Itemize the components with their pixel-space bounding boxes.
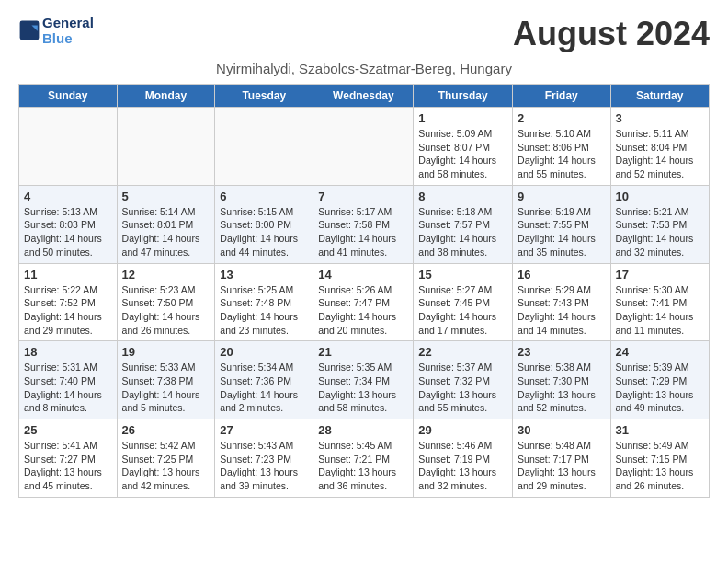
weekday-header-wednesday: Wednesday <box>313 85 414 108</box>
day-info: Sunrise: 5:39 AM Sunset: 7:29 PM Dayligh… <box>616 361 704 415</box>
day-info: Sunrise: 5:38 AM Sunset: 7:30 PM Dayligh… <box>518 361 606 415</box>
calendar-cell: 6Sunrise: 5:15 AM Sunset: 8:00 PM Daylig… <box>215 185 313 263</box>
day-number: 17 <box>616 268 704 282</box>
calendar: SundayMondayTuesdayWednesdayThursdayFrid… <box>18 84 710 498</box>
day-info: Sunrise: 5:13 AM Sunset: 8:03 PM Dayligh… <box>24 205 112 259</box>
calendar-cell: 7Sunrise: 5:17 AM Sunset: 7:58 PM Daylig… <box>313 185 414 263</box>
weekday-header-thursday: Thursday <box>414 85 513 108</box>
weekday-header-monday: Monday <box>117 85 215 108</box>
day-number: 23 <box>518 345 606 359</box>
month-title: August 2024 <box>513 15 710 53</box>
calendar-cell: 9Sunrise: 5:19 AM Sunset: 7:55 PM Daylig… <box>513 185 611 263</box>
calendar-cell: 20Sunrise: 5:34 AM Sunset: 7:36 PM Dayli… <box>215 341 313 419</box>
day-number: 31 <box>616 423 704 437</box>
day-info: Sunrise: 5:49 AM Sunset: 7:15 PM Dayligh… <box>616 439 704 493</box>
day-info: Sunrise: 5:15 AM Sunset: 8:00 PM Dayligh… <box>220 205 308 259</box>
day-info: Sunrise: 5:11 AM Sunset: 8:04 PM Dayligh… <box>616 127 704 181</box>
day-info: Sunrise: 5:21 AM Sunset: 7:53 PM Dayligh… <box>616 205 704 259</box>
calendar-cell <box>313 108 414 186</box>
calendar-cell: 18Sunrise: 5:31 AM Sunset: 7:40 PM Dayli… <box>19 341 118 419</box>
calendar-cell: 11Sunrise: 5:22 AM Sunset: 7:52 PM Dayli… <box>19 263 118 341</box>
day-number: 4 <box>24 190 112 203</box>
logo-line2: Blue <box>42 30 94 46</box>
logo: General Blue <box>18 15 94 46</box>
weekday-header-tuesday: Tuesday <box>215 85 313 108</box>
day-number: 28 <box>318 423 408 437</box>
day-number: 25 <box>24 423 112 437</box>
day-info: Sunrise: 5:33 AM Sunset: 7:38 PM Dayligh… <box>122 361 210 415</box>
day-number: 22 <box>418 345 507 359</box>
day-info: Sunrise: 5:19 AM Sunset: 7:55 PM Dayligh… <box>518 205 606 259</box>
calendar-cell: 4Sunrise: 5:13 AM Sunset: 8:03 PM Daylig… <box>19 185 118 263</box>
day-info: Sunrise: 5:41 AM Sunset: 7:27 PM Dayligh… <box>24 439 112 493</box>
calendar-cell: 26Sunrise: 5:42 AM Sunset: 7:25 PM Dayli… <box>117 419 215 498</box>
day-info: Sunrise: 5:30 AM Sunset: 7:41 PM Dayligh… <box>616 283 704 338</box>
calendar-cell: 14Sunrise: 5:26 AM Sunset: 7:47 PM Dayli… <box>313 263 414 341</box>
day-number: 1 <box>418 111 507 125</box>
day-info: Sunrise: 5:34 AM Sunset: 7:36 PM Dayligh… <box>220 361 308 415</box>
day-number: 14 <box>318 268 408 282</box>
day-info: Sunrise: 5:09 AM Sunset: 8:07 PM Dayligh… <box>418 127 507 181</box>
day-number: 2 <box>518 111 606 125</box>
day-info: Sunrise: 5:18 AM Sunset: 7:57 PM Dayligh… <box>418 205 507 259</box>
svg-rect-0 <box>20 21 40 40</box>
week-row-1: 1Sunrise: 5:09 AM Sunset: 8:07 PM Daylig… <box>19 108 710 186</box>
day-number: 13 <box>220 268 308 282</box>
calendar-cell: 28Sunrise: 5:45 AM Sunset: 7:21 PM Dayli… <box>313 419 414 498</box>
day-number: 30 <box>518 423 606 437</box>
day-number: 5 <box>122 190 210 203</box>
calendar-cell: 10Sunrise: 5:21 AM Sunset: 7:53 PM Dayli… <box>610 185 709 263</box>
day-info: Sunrise: 5:25 AM Sunset: 7:48 PM Dayligh… <box>220 283 308 338</box>
calendar-cell <box>117 108 215 186</box>
calendar-cell: 13Sunrise: 5:25 AM Sunset: 7:48 PM Dayli… <box>215 263 313 341</box>
week-row-5: 25Sunrise: 5:41 AM Sunset: 7:27 PM Dayli… <box>19 419 710 498</box>
day-info: Sunrise: 5:23 AM Sunset: 7:50 PM Dayligh… <box>122 283 210 338</box>
logo-icon <box>18 19 40 41</box>
day-number: 9 <box>518 190 606 203</box>
calendar-cell: 5Sunrise: 5:14 AM Sunset: 8:01 PM Daylig… <box>117 185 215 263</box>
day-info: Sunrise: 5:22 AM Sunset: 7:52 PM Dayligh… <box>24 283 112 338</box>
day-number: 18 <box>24 345 112 359</box>
day-number: 20 <box>220 345 308 359</box>
day-number: 24 <box>616 345 704 359</box>
day-info: Sunrise: 5:27 AM Sunset: 7:45 PM Dayligh… <box>418 283 507 338</box>
calendar-cell: 30Sunrise: 5:48 AM Sunset: 7:17 PM Dayli… <box>513 419 611 498</box>
day-info: Sunrise: 5:37 AM Sunset: 7:32 PM Dayligh… <box>418 361 507 415</box>
calendar-cell: 8Sunrise: 5:18 AM Sunset: 7:57 PM Daylig… <box>414 185 513 263</box>
calendar-cell: 21Sunrise: 5:35 AM Sunset: 7:34 PM Dayli… <box>313 341 414 419</box>
day-info: Sunrise: 5:42 AM Sunset: 7:25 PM Dayligh… <box>122 439 210 493</box>
calendar-cell: 17Sunrise: 5:30 AM Sunset: 7:41 PM Dayli… <box>610 263 709 341</box>
day-info: Sunrise: 5:31 AM Sunset: 7:40 PM Dayligh… <box>24 361 112 415</box>
day-number: 7 <box>318 190 408 203</box>
weekday-header-row: SundayMondayTuesdayWednesdayThursdayFrid… <box>19 85 710 108</box>
day-number: 6 <box>220 190 308 203</box>
day-info: Sunrise: 5:26 AM Sunset: 7:47 PM Dayligh… <box>318 283 408 338</box>
calendar-cell: 24Sunrise: 5:39 AM Sunset: 7:29 PM Dayli… <box>610 341 709 419</box>
day-info: Sunrise: 5:43 AM Sunset: 7:23 PM Dayligh… <box>220 439 308 493</box>
calendar-cell: 31Sunrise: 5:49 AM Sunset: 7:15 PM Dayli… <box>610 419 709 498</box>
logo-line1: General <box>42 15 94 30</box>
day-number: 27 <box>220 423 308 437</box>
day-number: 19 <box>122 345 210 359</box>
day-number: 29 <box>418 423 507 437</box>
calendar-cell: 22Sunrise: 5:37 AM Sunset: 7:32 PM Dayli… <box>414 341 513 419</box>
day-number: 11 <box>24 268 112 282</box>
calendar-cell: 12Sunrise: 5:23 AM Sunset: 7:50 PM Dayli… <box>117 263 215 341</box>
calendar-cell: 29Sunrise: 5:46 AM Sunset: 7:19 PM Dayli… <box>414 419 513 498</box>
day-info: Sunrise: 5:17 AM Sunset: 7:58 PM Dayligh… <box>318 205 408 259</box>
day-number: 3 <box>616 111 704 125</box>
day-info: Sunrise: 5:48 AM Sunset: 7:17 PM Dayligh… <box>518 439 606 493</box>
calendar-cell: 1Sunrise: 5:09 AM Sunset: 8:07 PM Daylig… <box>414 108 513 186</box>
calendar-cell: 27Sunrise: 5:43 AM Sunset: 7:23 PM Dayli… <box>215 419 313 498</box>
calendar-cell <box>19 108 118 186</box>
day-info: Sunrise: 5:29 AM Sunset: 7:43 PM Dayligh… <box>518 283 606 338</box>
calendar-cell: 2Sunrise: 5:10 AM Sunset: 8:06 PM Daylig… <box>513 108 611 186</box>
calendar-cell: 3Sunrise: 5:11 AM Sunset: 8:04 PM Daylig… <box>610 108 709 186</box>
calendar-cell: 19Sunrise: 5:33 AM Sunset: 7:38 PM Dayli… <box>117 341 215 419</box>
week-row-2: 4Sunrise: 5:13 AM Sunset: 8:03 PM Daylig… <box>19 185 710 263</box>
day-info: Sunrise: 5:10 AM Sunset: 8:06 PM Dayligh… <box>518 127 606 181</box>
day-info: Sunrise: 5:14 AM Sunset: 8:01 PM Dayligh… <box>122 205 210 259</box>
day-number: 21 <box>318 345 408 359</box>
calendar-cell: 15Sunrise: 5:27 AM Sunset: 7:45 PM Dayli… <box>414 263 513 341</box>
day-number: 16 <box>518 268 606 282</box>
